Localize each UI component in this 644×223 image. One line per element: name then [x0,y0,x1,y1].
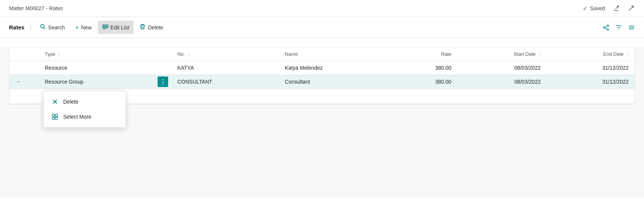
delete-button[interactable]: Delete [135,21,167,34]
saved-indicator: ✓ Saved [583,5,605,12]
row-no: KATYA [171,61,279,75]
row-name: Consultant [279,75,393,89]
col-selector [27,47,39,61]
sort-end-icon: ↑ [627,52,629,57]
svg-line-6 [605,28,607,29]
page-title: Matter M00027 - Rates [9,5,63,11]
svg-line-1 [44,28,45,29]
col-type: Type ↑ [39,47,155,61]
sort-start-icon: ↑ [539,52,541,57]
context-menu-select-more[interactable]: Select More [44,109,126,124]
col-name: Name [279,47,393,61]
row-type: Resource Group [39,75,155,89]
columns-button[interactable] [628,24,635,31]
row-arrow [9,61,27,75]
svg-rect-14 [52,117,55,119]
edit-list-icon [102,24,108,31]
col-arrow [9,47,27,61]
svg-rect-3 [103,27,108,28]
sort-type-icon: ↑ [58,52,61,57]
row-start-date: 08/03/2022 [457,61,547,75]
filter-button[interactable] [615,24,622,31]
plus-icon: + [75,24,79,31]
top-bar: Matter M00027 - Rates ✓ Saved [0,0,644,17]
col-end-date: End Date ↑ [547,47,635,61]
table-row[interactable]: → Resource Group ⋮ CONSULTANT Consultant… [9,75,635,89]
top-bar-actions: ✓ Saved [583,5,635,12]
row-rate: 380.00 [393,75,457,89]
new-button[interactable]: + New [71,21,96,34]
svg-rect-15 [55,117,58,119]
row-context [155,61,171,75]
row-name: Katya Melendez [279,61,393,75]
expand-button[interactable] [627,5,635,12]
row-rate: 380.00 [393,61,457,75]
toolbar: Rates Search + New Edit List [0,17,644,38]
context-select-more-label: Select More [63,114,91,120]
saved-label: Saved [590,5,605,11]
context-delete-label: Delete [63,99,78,105]
table-container: Type ↑ No. ↑ Name Rate Start Date ↑ [9,47,635,104]
svg-rect-2 [103,25,108,26]
toolbar-right [603,24,635,31]
row-context-menu-cell: ⋮ [155,75,171,89]
select-more-icon [51,114,59,120]
sort-no-icon: ↑ [188,52,190,57]
svg-line-5 [605,26,607,27]
row-no: CONSULTANT [171,75,279,89]
table-row[interactable]: Resource KATYA Katya Melendez 380.00 08/… [9,61,635,75]
row-end-date: 31/12/2022 [547,61,635,75]
svg-rect-13 [55,114,58,116]
col-rate: Rate [393,47,457,61]
search-button[interactable]: Search [35,21,69,34]
edit-list-button[interactable]: Edit List [98,21,134,34]
delete-x-icon [51,99,59,105]
row-selector [27,61,39,75]
edit-list-label: Edit List [111,24,129,31]
new-label: New [81,24,92,31]
row-arrow: → [9,75,27,89]
context-menu-trigger[interactable]: ⋮ [158,76,168,87]
svg-rect-12 [52,114,55,116]
toolbar-title: Rates [9,24,31,31]
content-area: Type ↑ No. ↑ Name Rate Start Date ↑ [0,47,644,198]
svg-point-0 [41,24,44,28]
context-menu-delete[interactable]: Delete [44,94,126,109]
delete-icon [140,24,146,31]
col-no: No. ↑ [171,47,279,61]
share-button[interactable] [603,24,609,31]
export-button[interactable] [612,5,620,12]
row-selector [27,75,39,89]
row-start-date: 08/03/2022 [457,75,547,89]
row-type: Resource [39,61,155,75]
search-icon [40,24,46,31]
row-end-date: 31/12/2022 [547,75,635,89]
search-label: Search [48,24,65,31]
col-start-date: Start Date ↑ [457,47,547,61]
context-menu: Delete Select More [43,91,126,128]
checkmark-icon: ✓ [583,5,588,12]
col-menu [155,47,171,61]
delete-label: Delete [148,24,163,31]
